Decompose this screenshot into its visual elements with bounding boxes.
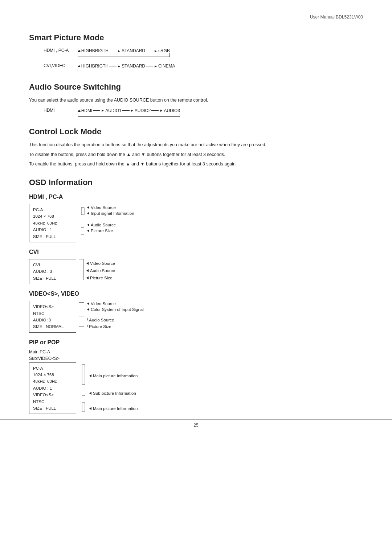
videos-labels-area: Video Source Color System of Input Signa… bbox=[87, 301, 144, 330]
pip-main-info-label: Main picture Information bbox=[93, 374, 138, 378]
cvi-connector bbox=[79, 259, 83, 280]
control-lock-line2: To disable the buttons, press and hold d… bbox=[29, 151, 363, 158]
pip-pop-subtitle: PIP or POP bbox=[29, 339, 363, 346]
cvi-subtitle: CVI bbox=[29, 249, 363, 255]
header: User Manual BDL5231V/00 bbox=[29, 15, 363, 22]
pip-pop-labels-area: Main picture Information Sub picture Inf… bbox=[89, 363, 138, 414]
hdmi-pca-bracket bbox=[78, 204, 86, 240]
videos-osd-row: VIDEO<S> NTSC AUDIO :3 SIZE : NORMAL Vid… bbox=[29, 301, 363, 333]
videos-audio-source: \ Audio Source bbox=[87, 317, 144, 323]
audio-switching-title: Audio Source Switching bbox=[29, 82, 363, 92]
control-lock-line3: To enable the buttons, press and hold do… bbox=[29, 161, 363, 168]
hdmi-pca-video-source: Video Source bbox=[87, 205, 134, 210]
cvi-picture-size: Picture Size bbox=[86, 276, 115, 280]
pip-sub-info: Sub picture Information bbox=[89, 391, 138, 395]
hdmi-pca-flow: HIGHBRIGTH ► STANDARD ► sRGB bbox=[78, 48, 170, 53]
audio-switching-desc: You can select the audio source using th… bbox=[29, 97, 363, 104]
pip-sub-label: Sub:VIDEO<S> bbox=[29, 356, 363, 361]
smart-picture-hdmi-row: HDMI , PC-A HIGHBRIGTH ► STANDARD ► sRGB bbox=[44, 48, 363, 57]
cvi-audio-source: Audio Source bbox=[86, 268, 115, 273]
hdmi-pca-subtitle: HDMI , PC-A bbox=[29, 194, 363, 200]
videos-connector bbox=[79, 301, 84, 327]
pip-audio-source-size: Main picture Information bbox=[89, 406, 138, 411]
osd-info-section: OSD Information HDMI , PC-A PC-A 1024 × … bbox=[29, 178, 363, 414]
hdmi-pca-picture-size: Picture Size bbox=[87, 229, 134, 233]
page-number: 25 bbox=[193, 423, 198, 428]
cvi-video-source: Video Source bbox=[86, 261, 115, 266]
hdmi-pca-osd-row: PC-A 1024 × 768 48kHz 60Hz AUDIO : 1 SIZ… bbox=[29, 204, 363, 242]
manual-title: User Manual BDL5231V/00 bbox=[310, 15, 363, 20]
bracket-svg bbox=[78, 204, 86, 240]
pip-main-info: Main picture Information bbox=[89, 374, 138, 378]
videos-color-system: Color System of Input Signal bbox=[87, 307, 144, 312]
videos-subtitle: VIDEO<S>, VIDEO bbox=[29, 291, 363, 297]
osd-info-title: OSD Information bbox=[29, 178, 363, 187]
pip-audio-label: Main picture Information bbox=[93, 406, 138, 411]
hdmi-pca-label: HDMI , PC-A bbox=[44, 48, 76, 53]
videos-osd-box: VIDEO<S> NTSC AUDIO :3 SIZE : NORMAL bbox=[29, 301, 76, 333]
pip-bracket-svg bbox=[78, 363, 87, 414]
hdmi-audio-flow: HDMI ► AUDIO1 ► AUDIO2 ► AUDIO3 bbox=[78, 108, 180, 113]
hdmi-pca-osd-box: PC-A 1024 × 768 48kHz 60Hz AUDIO : 1 SIZ… bbox=[29, 204, 76, 242]
videos-video-source: Video Source bbox=[87, 301, 144, 306]
control-lock-title: Control Lock Mode bbox=[29, 127, 363, 136]
control-lock-line1: This function disables the operation o b… bbox=[29, 141, 363, 148]
cvi-video-flow: HIGHBRIGTH ► STANDARD ► CINEMA bbox=[78, 63, 175, 69]
hdmi-pca-input-signal: Input signal Information bbox=[87, 211, 134, 216]
hdmi-audio-row: HDMI HDMI ► AUDIO1 ► AUDIO2 ► AUDIO3 bbox=[44, 107, 363, 117]
cvi-video-label: CVI,VIDEO bbox=[44, 63, 76, 68]
smart-picture-section: Smart Picture Mode HDMI , PC-A HIGHBRIGT… bbox=[29, 33, 363, 72]
footer: 25 bbox=[0, 419, 392, 428]
smart-picture-cvi-row: CVI,VIDEO HIGHBRIGTH ► STANDARD ► CINEMA bbox=[44, 63, 363, 72]
cvi-osd-row: CVI AUDIO : 3 SIZE : FULL Video Source A… bbox=[29, 259, 363, 284]
hdmi-pca-labels-area: Video Source Input signal Information Au… bbox=[87, 204, 134, 234]
pip-bracket-area bbox=[78, 363, 87, 414]
audio-switching-section: Audio Source Switching You can select th… bbox=[29, 82, 363, 117]
cvi-labels-area: Video Source Audio Source Picture Size bbox=[86, 259, 115, 282]
pip-pop-osd-box: PC-A 1024 × 768 48kHz 60Hz AUDIO : 1 VID… bbox=[29, 362, 76, 414]
control-lock-section: Control Lock Mode This function disables… bbox=[29, 127, 363, 168]
videos-picture-size: \ Picture Size bbox=[87, 324, 144, 329]
hdmi-audio-label: HDMI bbox=[44, 108, 76, 113]
cvi-osd-box: CVI AUDIO : 3 SIZE : FULL bbox=[29, 259, 76, 284]
hdmi-pca-audio-source: Audio Source bbox=[87, 223, 134, 227]
pip-sub-info-label: Sub picture Information bbox=[93, 391, 136, 395]
smart-picture-title: Smart Picture Mode bbox=[29, 33, 363, 42]
pip-pop-osd-row: PC-A 1024 × 768 48kHz 60Hz AUDIO : 1 VID… bbox=[29, 362, 363, 414]
pip-main-label: Main:PC-A bbox=[29, 349, 363, 354]
